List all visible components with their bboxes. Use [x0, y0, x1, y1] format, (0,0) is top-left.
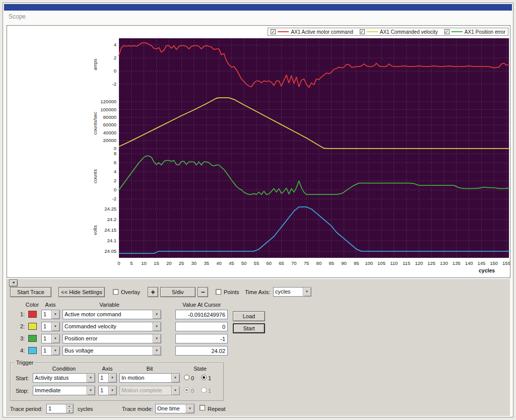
- load-button[interactable]: Load: [233, 311, 265, 321]
- svg-text:15: 15: [154, 260, 159, 266]
- channel-axis-select[interactable]: 1: [41, 346, 60, 356]
- trigger-start-bit-select[interactable]: In motion: [119, 373, 180, 383]
- legend-line-sample: [452, 31, 463, 32]
- svg-text:60000: 60000: [103, 122, 116, 127]
- svg-text:95: 95: [354, 260, 359, 266]
- spin-up-icon[interactable]: [67, 404, 73, 409]
- channel-value-at-cursor: -1: [175, 334, 228, 343]
- time-axis-select[interactable]: cycles: [273, 287, 311, 297]
- trigger-stop-state-1-radio: [201, 387, 207, 393]
- svg-text:125: 125: [427, 260, 435, 266]
- chevron-down-icon: [51, 310, 59, 319]
- svg-text:amps: amps: [92, 58, 98, 70]
- channel-variable-value: Bus voltage: [63, 346, 153, 355]
- trigger-header-bit: Bit: [147, 366, 153, 372]
- chart-legend: AX1 Active motor command AX1 Commanded v…: [268, 28, 508, 36]
- trace-period-spinner[interactable]: 1: [46, 404, 74, 413]
- legend-label: AX1 Commanded velocity: [380, 29, 438, 35]
- svg-text:0: 0: [117, 260, 120, 266]
- zoom-in-button[interactable]: +: [148, 287, 158, 297]
- chevron-down-icon: [87, 374, 95, 382]
- trigger-start-condition-select[interactable]: Activity status: [33, 373, 95, 383]
- legend-entry: AX1 Active motor command: [271, 29, 353, 35]
- svg-text:24.25: 24.25: [104, 206, 116, 212]
- channel-variable-select[interactable]: Active motor command: [62, 310, 161, 319]
- legend-checkbox[interactable]: [271, 29, 276, 34]
- zoom-out-button[interactable]: −: [198, 287, 208, 297]
- channel-axis-value: 1: [42, 310, 51, 319]
- trigger-stop-bit-select: Motion complete: [119, 386, 180, 395]
- legend-checkbox[interactable]: [444, 29, 449, 34]
- svg-text:0: 0: [114, 187, 116, 192]
- svg-text:-2: -2: [112, 196, 116, 201]
- chevron-down-icon: [171, 386, 179, 395]
- channel-axis-value: 1: [42, 322, 51, 331]
- scope-window: Scope 0510152025303540455055606570758085…: [3, 3, 513, 417]
- overlay-label: Overlay: [121, 289, 140, 295]
- channel-variable-select[interactable]: Commanded velocity: [62, 322, 161, 331]
- trigger-start-condition-value: Activity status: [33, 374, 87, 382]
- trigger-stop-label: Stop:: [16, 388, 29, 394]
- channel-variable-select[interactable]: Bus voltage: [62, 346, 161, 356]
- scale-per-div-button[interactable]: 5/div: [160, 287, 196, 297]
- spin-down-icon[interactable]: [67, 409, 73, 413]
- legend-entry: AX1 Position error: [444, 29, 505, 35]
- legend-entry: AX1 Commanded velocity: [360, 29, 438, 35]
- svg-text:100: 100: [365, 260, 373, 266]
- trigger-start-label: Start:: [16, 375, 29, 381]
- channel-color-swatch: [28, 335, 37, 342]
- svg-text:30: 30: [191, 260, 197, 266]
- svg-text:4: 4: [114, 42, 116, 47]
- svg-text:120: 120: [415, 260, 423, 266]
- settings-panel: Start Trace << Hide Settings Overlay + 5…: [6, 279, 510, 416]
- channel-color-swatch: [28, 311, 37, 318]
- hide-settings-button[interactable]: << Hide Settings: [58, 287, 105, 297]
- window-titlebar[interactable]: [4, 4, 512, 11]
- channel-variable-value: Position error: [63, 334, 153, 343]
- page-title: Scope: [9, 13, 26, 20]
- svg-text:60: 60: [266, 260, 272, 266]
- trigger-stop-bit-value: Motion complete: [120, 386, 171, 395]
- svg-text:145: 145: [477, 260, 485, 266]
- chevron-down-icon: [108, 386, 116, 395]
- channel-axis-select[interactable]: 1: [41, 334, 60, 343]
- col-header-color: Color: [26, 302, 39, 308]
- trigger-header-state: State: [194, 366, 207, 372]
- svg-text:130: 130: [440, 260, 448, 266]
- chart-panel: 0510152025303540455055606570758085909510…: [7, 25, 510, 278]
- overlay-checkbox[interactable]: [113, 289, 118, 295]
- channel-variable-select[interactable]: Position error: [62, 334, 161, 343]
- left-arrow-icon: [10, 280, 17, 286]
- channel-axis-select[interactable]: 1: [41, 322, 60, 331]
- svg-text:35: 35: [204, 260, 209, 266]
- trigger-start-state-1-radio[interactable]: [201, 375, 207, 380]
- svg-text:5: 5: [130, 260, 133, 266]
- trigger-start-state-0-radio[interactable]: [184, 375, 189, 380]
- trigger-stop-condition-select[interactable]: Immediate: [33, 386, 95, 395]
- col-header-axis: Axis: [45, 302, 56, 308]
- chevron-down-icon: [153, 334, 161, 343]
- trace-mode-select[interactable]: One time: [155, 404, 195, 413]
- svg-text:75: 75: [304, 260, 309, 266]
- legend-checkbox[interactable]: [360, 29, 365, 34]
- channel-number: 3:: [20, 335, 25, 341]
- hscroll-left-button[interactable]: [9, 279, 18, 287]
- chevron-down-icon: [51, 334, 59, 343]
- trigger-stop-axis-select[interactable]: 1: [98, 386, 117, 395]
- trigger-start-state-1-label: 1: [208, 375, 211, 381]
- trace-period-label: Trace period:: [10, 406, 42, 412]
- points-label: Points: [224, 289, 239, 295]
- trigger-start-bit-value: In motion: [120, 374, 171, 382]
- scope-plot[interactable]: 0510152025303540455055606570758085909510…: [7, 26, 510, 277]
- svg-text:45: 45: [229, 260, 234, 266]
- channel-axis-select[interactable]: 1: [41, 310, 60, 319]
- repeat-checkbox[interactable]: [200, 405, 205, 410]
- trace-period-unit: cycles: [78, 406, 93, 412]
- svg-text:70: 70: [291, 260, 297, 266]
- trigger-start-axis-select[interactable]: 1: [98, 373, 117, 383]
- svg-text:105: 105: [377, 260, 385, 266]
- start-button[interactable]: Start: [233, 323, 265, 333]
- points-checkbox[interactable]: [216, 289, 221, 295]
- start-trace-button[interactable]: Start Trace: [10, 287, 51, 297]
- chevron-down-icon: [153, 310, 161, 319]
